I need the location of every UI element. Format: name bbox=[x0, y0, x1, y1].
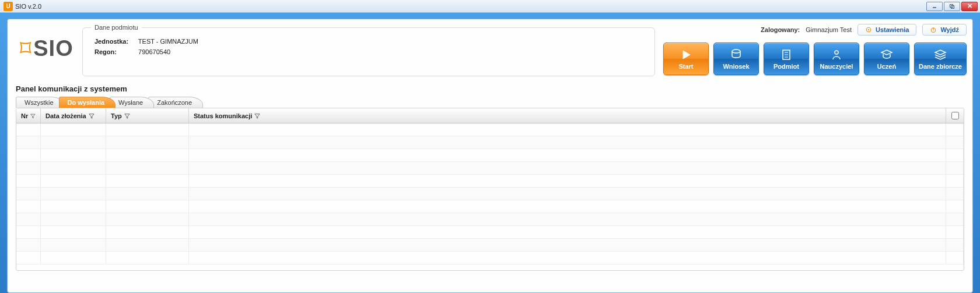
table-row bbox=[16, 213, 964, 226]
svg-point-8 bbox=[732, 50, 740, 53]
app-icon: U bbox=[4, 2, 13, 11]
entity-fieldset: Dane podmiotu Jednostka: TEST - GIMNAZJU… bbox=[82, 24, 655, 76]
table-row bbox=[16, 226, 964, 239]
header-right: Zalogowany: Gimnazjum Test Ustawienia Wy… bbox=[663, 24, 967, 75]
content-area: ⌑SIO Dane podmiotu Jednostka: TEST - GIM… bbox=[7, 19, 973, 293]
table-row bbox=[16, 162, 964, 175]
jednostka-label: Jednostka: bbox=[94, 38, 136, 45]
tab-wyslane[interactable]: Wysłane bbox=[110, 97, 154, 108]
minimize-button[interactable] bbox=[926, 2, 943, 11]
col-status[interactable]: Status komunikacji bbox=[189, 108, 946, 123]
svg-point-4 bbox=[868, 29, 869, 30]
power-icon bbox=[930, 26, 937, 33]
nav-nauczyciel-label: Nauczyciel bbox=[820, 63, 853, 70]
regon-label: Regon: bbox=[94, 48, 136, 55]
filter-icon bbox=[30, 113, 36, 119]
close-button[interactable]: ✕ bbox=[961, 2, 978, 11]
svg-point-13 bbox=[835, 51, 838, 54]
col-nr-label: Nr bbox=[21, 112, 28, 119]
table-row bbox=[16, 200, 964, 213]
shield-icon: ⌑ bbox=[20, 36, 32, 61]
table-row bbox=[16, 175, 964, 188]
nav-start-label: Start bbox=[678, 63, 693, 70]
col-type-label: Typ bbox=[111, 112, 122, 119]
logo-text: SIO bbox=[33, 36, 73, 61]
tab-zakonczone[interactable]: Zakończone bbox=[148, 97, 203, 108]
grid-body bbox=[16, 123, 964, 264]
filter-icon bbox=[89, 113, 94, 119]
nav-podmiot[interactable]: Podmiot bbox=[764, 43, 809, 75]
gear-icon bbox=[865, 26, 872, 33]
window-titlebar: U SIO v.2.0 ✕ bbox=[0, 0, 980, 13]
table-row bbox=[16, 252, 964, 264]
tab-wszystkie[interactable]: Wszystkie bbox=[16, 97, 65, 108]
building-icon bbox=[779, 48, 793, 62]
svg-marker-7 bbox=[683, 51, 690, 59]
regon-value: 790670540 bbox=[138, 48, 170, 55]
col-nr[interactable]: Nr bbox=[16, 108, 41, 123]
col-date[interactable]: Data złożenia bbox=[41, 108, 106, 123]
nav-row: Start Wniosek Podmiot Nauczyciel bbox=[663, 43, 967, 75]
table-row bbox=[16, 136, 964, 149]
nav-nauczyciel[interactable]: Nauczyciel bbox=[814, 43, 859, 75]
settings-button[interactable]: Ustawienia bbox=[858, 24, 916, 36]
tab-do-wyslania[interactable]: Do wysłania bbox=[59, 97, 116, 108]
nav-start[interactable]: Start bbox=[663, 43, 709, 75]
maximize-button[interactable] bbox=[944, 2, 960, 11]
jednostka-value: TEST - GIMNAZJUM bbox=[138, 38, 198, 45]
col-checkbox bbox=[946, 108, 964, 123]
app-frame: ⌑SIO Dane podmiotu Jednostka: TEST - GIM… bbox=[0, 13, 980, 293]
entity-legend: Dane podmiotu bbox=[91, 24, 142, 31]
grid: Nr Data złożenia Typ Status komunikacji bbox=[16, 108, 964, 271]
col-type[interactable]: Typ bbox=[106, 108, 189, 123]
window-title: SIO v.2.0 bbox=[15, 3, 41, 10]
nav-uczen[interactable]: Uczeń bbox=[864, 43, 909, 75]
filter-icon bbox=[124, 113, 130, 119]
nav-dane-label: Dane zbiorcze bbox=[919, 63, 962, 70]
nav-wniosek-label: Wniosek bbox=[723, 63, 749, 70]
play-icon bbox=[679, 48, 693, 62]
header: ⌑SIO Dane podmiotu Jednostka: TEST - GIM… bbox=[8, 19, 972, 81]
layers-icon bbox=[933, 48, 947, 62]
login-row: Zalogowany: Gimnazjum Test Ustawienia Wy… bbox=[761, 24, 967, 36]
nav-podmiot-label: Podmiot bbox=[774, 63, 799, 70]
table-row bbox=[16, 188, 964, 200]
window-controls: ✕ bbox=[926, 2, 979, 11]
table-row bbox=[16, 149, 964, 162]
table-row bbox=[16, 239, 964, 252]
table-row bbox=[16, 123, 964, 136]
logged-in-label: Zalogowany: bbox=[761, 26, 800, 33]
student-icon bbox=[880, 48, 894, 62]
filter-icon bbox=[254, 113, 260, 119]
teacher-icon bbox=[830, 48, 844, 62]
col-status-label: Status komunikacji bbox=[194, 112, 252, 119]
nav-wniosek[interactable]: Wniosek bbox=[713, 43, 759, 75]
grid-header: Nr Data złożenia Typ Status komunikacji bbox=[16, 108, 964, 123]
nav-uczen-label: Uczeń bbox=[877, 63, 896, 70]
settings-label: Ustawienia bbox=[876, 26, 909, 33]
tabs: Wszystkie Do wysłania Wysłane Zakończone bbox=[8, 97, 972, 108]
logout-label: Wyjdź bbox=[940, 26, 959, 33]
col-date-label: Data złożenia bbox=[46, 112, 86, 119]
database-icon bbox=[729, 48, 743, 62]
logout-button[interactable]: Wyjdź bbox=[922, 24, 967, 36]
logged-in-user: Gimnazjum Test bbox=[806, 26, 852, 33]
select-all-checkbox[interactable] bbox=[951, 112, 959, 119]
nav-dane-zbiorcze[interactable]: Dane zbiorcze bbox=[914, 43, 967, 75]
logo: ⌑SIO bbox=[15, 24, 79, 61]
panel-title: Panel komunikacji z systemem bbox=[8, 81, 972, 97]
